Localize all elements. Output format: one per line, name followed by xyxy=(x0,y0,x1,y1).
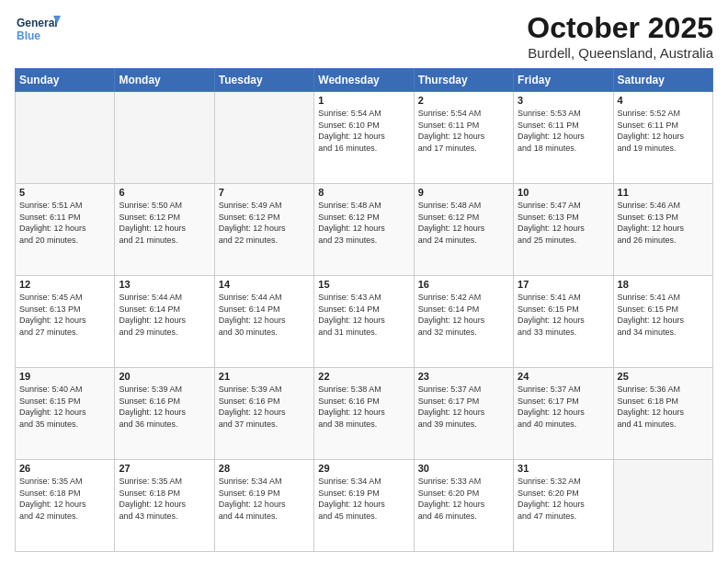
weekday-header: Monday xyxy=(115,69,214,92)
calendar-day-cell: 5Sunrise: 5:51 AM Sunset: 6:11 PM Daylig… xyxy=(16,184,115,276)
calendar-day-cell: 19Sunrise: 5:40 AM Sunset: 6:15 PM Dayli… xyxy=(16,368,115,460)
day-info: Sunrise: 5:34 AM Sunset: 6:19 PM Dayligh… xyxy=(318,476,409,522)
day-number: 8 xyxy=(318,187,409,198)
day-number: 18 xyxy=(618,279,709,290)
day-number: 2 xyxy=(418,95,509,106)
day-info: Sunrise: 5:41 AM Sunset: 6:15 PM Dayligh… xyxy=(618,292,709,338)
day-info: Sunrise: 5:35 AM Sunset: 6:18 PM Dayligh… xyxy=(119,476,210,522)
day-number: 16 xyxy=(418,279,509,290)
header: General Blue October 2025 Burdell, Queen… xyxy=(15,11,713,61)
day-number: 9 xyxy=(418,187,509,198)
calendar-day-cell: 3Sunrise: 5:53 AM Sunset: 6:11 PM Daylig… xyxy=(514,92,613,184)
calendar-day-cell: 14Sunrise: 5:44 AM Sunset: 6:14 PM Dayli… xyxy=(214,276,313,368)
day-info: Sunrise: 5:54 AM Sunset: 6:11 PM Dayligh… xyxy=(418,108,509,154)
calendar-day-cell xyxy=(613,460,712,552)
day-info: Sunrise: 5:38 AM Sunset: 6:16 PM Dayligh… xyxy=(318,384,409,430)
day-info: Sunrise: 5:35 AM Sunset: 6:18 PM Dayligh… xyxy=(19,476,110,522)
day-number: 15 xyxy=(318,279,409,290)
day-number: 3 xyxy=(518,95,609,106)
location-title: Burdell, Queensland, Australia xyxy=(527,45,713,61)
calendar-day-cell: 10Sunrise: 5:47 AM Sunset: 6:13 PM Dayli… xyxy=(514,184,613,276)
day-info: Sunrise: 5:42 AM Sunset: 6:14 PM Dayligh… xyxy=(418,292,509,338)
calendar-day-cell: 1Sunrise: 5:54 AM Sunset: 6:10 PM Daylig… xyxy=(314,92,414,184)
calendar-day-cell xyxy=(16,92,115,184)
day-number: 31 xyxy=(518,463,609,474)
day-info: Sunrise: 5:51 AM Sunset: 6:11 PM Dayligh… xyxy=(19,200,110,246)
weekday-header: Wednesday xyxy=(314,69,414,92)
day-number: 28 xyxy=(219,463,310,474)
day-info: Sunrise: 5:48 AM Sunset: 6:12 PM Dayligh… xyxy=(418,200,509,246)
calendar-table: SundayMondayTuesdayWednesdayThursdayFrid… xyxy=(15,68,713,552)
day-number: 29 xyxy=(318,463,409,474)
day-number: 11 xyxy=(618,187,709,198)
calendar-day-cell: 17Sunrise: 5:41 AM Sunset: 6:15 PM Dayli… xyxy=(514,276,613,368)
day-number: 4 xyxy=(618,95,709,106)
day-info: Sunrise: 5:40 AM Sunset: 6:15 PM Dayligh… xyxy=(19,384,110,430)
calendar-day-cell: 11Sunrise: 5:46 AM Sunset: 6:13 PM Dayli… xyxy=(613,184,712,276)
day-number: 22 xyxy=(318,371,409,382)
calendar-day-cell: 24Sunrise: 5:37 AM Sunset: 6:17 PM Dayli… xyxy=(514,368,613,460)
calendar-day-cell: 18Sunrise: 5:41 AM Sunset: 6:15 PM Dayli… xyxy=(613,276,712,368)
calendar-day-cell: 22Sunrise: 5:38 AM Sunset: 6:16 PM Dayli… xyxy=(314,368,414,460)
calendar-day-cell: 26Sunrise: 5:35 AM Sunset: 6:18 PM Dayli… xyxy=(16,460,115,552)
calendar-day-cell: 9Sunrise: 5:48 AM Sunset: 6:12 PM Daylig… xyxy=(414,184,513,276)
day-info: Sunrise: 5:47 AM Sunset: 6:13 PM Dayligh… xyxy=(518,200,609,246)
calendar-day-cell: 21Sunrise: 5:39 AM Sunset: 6:16 PM Dayli… xyxy=(214,368,313,460)
calendar-day-cell: 16Sunrise: 5:42 AM Sunset: 6:14 PM Dayli… xyxy=(414,276,513,368)
day-number: 19 xyxy=(19,371,110,382)
page: General Blue October 2025 Burdell, Queen… xyxy=(0,0,728,563)
calendar-week-row: 19Sunrise: 5:40 AM Sunset: 6:15 PM Dayli… xyxy=(16,368,713,460)
svg-text:General: General xyxy=(17,17,58,29)
day-info: Sunrise: 5:36 AM Sunset: 6:18 PM Dayligh… xyxy=(618,384,709,430)
day-info: Sunrise: 5:32 AM Sunset: 6:20 PM Dayligh… xyxy=(518,476,609,522)
calendar-day-cell xyxy=(214,92,313,184)
day-info: Sunrise: 5:39 AM Sunset: 6:16 PM Dayligh… xyxy=(219,384,310,430)
day-info: Sunrise: 5:34 AM Sunset: 6:19 PM Dayligh… xyxy=(219,476,310,522)
weekday-header-row: SundayMondayTuesdayWednesdayThursdayFrid… xyxy=(16,69,713,92)
day-number: 13 xyxy=(119,279,210,290)
calendar-week-row: 1Sunrise: 5:54 AM Sunset: 6:10 PM Daylig… xyxy=(16,92,713,184)
calendar-week-row: 5Sunrise: 5:51 AM Sunset: 6:11 PM Daylig… xyxy=(16,184,713,276)
weekday-header: Sunday xyxy=(16,69,115,92)
calendar-day-cell: 30Sunrise: 5:33 AM Sunset: 6:20 PM Dayli… xyxy=(414,460,513,552)
calendar-day-cell: 2Sunrise: 5:54 AM Sunset: 6:11 PM Daylig… xyxy=(414,92,513,184)
calendar-day-cell: 31Sunrise: 5:32 AM Sunset: 6:20 PM Dayli… xyxy=(514,460,613,552)
day-info: Sunrise: 5:50 AM Sunset: 6:12 PM Dayligh… xyxy=(119,200,210,246)
calendar-day-cell: 27Sunrise: 5:35 AM Sunset: 6:18 PM Dayli… xyxy=(115,460,214,552)
day-info: Sunrise: 5:45 AM Sunset: 6:13 PM Dayligh… xyxy=(19,292,110,338)
calendar-day-cell: 4Sunrise: 5:52 AM Sunset: 6:11 PM Daylig… xyxy=(613,92,712,184)
day-number: 6 xyxy=(119,187,210,198)
calendar-day-cell: 13Sunrise: 5:44 AM Sunset: 6:14 PM Dayli… xyxy=(115,276,214,368)
day-info: Sunrise: 5:48 AM Sunset: 6:12 PM Dayligh… xyxy=(318,200,409,246)
day-info: Sunrise: 5:53 AM Sunset: 6:11 PM Dayligh… xyxy=(518,108,609,154)
weekday-header: Friday xyxy=(514,69,613,92)
day-info: Sunrise: 5:54 AM Sunset: 6:10 PM Dayligh… xyxy=(318,108,409,154)
calendar-day-cell: 7Sunrise: 5:49 AM Sunset: 6:12 PM Daylig… xyxy=(214,184,313,276)
logo-svg: General Blue xyxy=(15,11,61,48)
day-info: Sunrise: 5:49 AM Sunset: 6:12 PM Dayligh… xyxy=(219,200,310,246)
calendar-week-row: 26Sunrise: 5:35 AM Sunset: 6:18 PM Dayli… xyxy=(16,460,713,552)
calendar-day-cell: 25Sunrise: 5:36 AM Sunset: 6:18 PM Dayli… xyxy=(613,368,712,460)
day-info: Sunrise: 5:52 AM Sunset: 6:11 PM Dayligh… xyxy=(618,108,709,154)
day-number: 27 xyxy=(119,463,210,474)
day-info: Sunrise: 5:46 AM Sunset: 6:13 PM Dayligh… xyxy=(618,200,709,246)
day-info: Sunrise: 5:44 AM Sunset: 6:14 PM Dayligh… xyxy=(219,292,310,338)
day-number: 20 xyxy=(119,371,210,382)
day-info: Sunrise: 5:37 AM Sunset: 6:17 PM Dayligh… xyxy=(418,384,509,430)
day-info: Sunrise: 5:44 AM Sunset: 6:14 PM Dayligh… xyxy=(119,292,210,338)
calendar-day-cell: 15Sunrise: 5:43 AM Sunset: 6:14 PM Dayli… xyxy=(314,276,414,368)
day-number: 1 xyxy=(318,95,409,106)
day-number: 25 xyxy=(618,371,709,382)
day-info: Sunrise: 5:33 AM Sunset: 6:20 PM Dayligh… xyxy=(418,476,509,522)
day-number: 5 xyxy=(19,187,110,198)
day-info: Sunrise: 5:41 AM Sunset: 6:15 PM Dayligh… xyxy=(518,292,609,338)
calendar-day-cell: 20Sunrise: 5:39 AM Sunset: 6:16 PM Dayli… xyxy=(115,368,214,460)
weekday-header: Saturday xyxy=(613,69,712,92)
calendar-day-cell: 6Sunrise: 5:50 AM Sunset: 6:12 PM Daylig… xyxy=(115,184,214,276)
day-number: 17 xyxy=(518,279,609,290)
month-title: October 2025 xyxy=(527,11,713,45)
calendar-week-row: 12Sunrise: 5:45 AM Sunset: 6:13 PM Dayli… xyxy=(16,276,713,368)
day-number: 21 xyxy=(219,371,310,382)
logo: General Blue xyxy=(15,11,61,48)
day-number: 26 xyxy=(19,463,110,474)
